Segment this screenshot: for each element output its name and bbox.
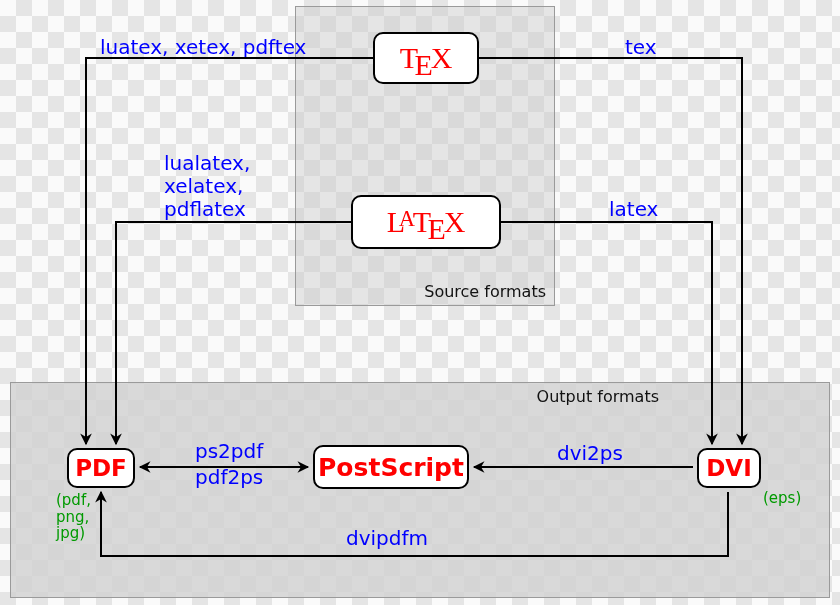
dvi-node: DVI bbox=[697, 448, 761, 488]
edge-pdf-to-ps-label: pdf2ps bbox=[195, 466, 263, 489]
diagram-canvas: Output formats Source formats TEX LATEX … bbox=[0, 0, 840, 605]
pdf-label: PDF bbox=[75, 455, 127, 481]
source-formats-label: Source formats bbox=[424, 282, 546, 301]
latex-logo: LATEX bbox=[387, 205, 466, 239]
edge-ps-to-pdf-label: ps2pdf bbox=[195, 440, 263, 463]
edge-dvi-to-pdf-label: dvipdfm bbox=[346, 527, 428, 550]
output-formats-group: Output formats bbox=[10, 382, 830, 598]
edge-dvi-to-ps-label: dvi2ps bbox=[557, 442, 623, 465]
postscript-node: PostScript bbox=[313, 445, 469, 489]
edge-latex-to-pdf-label: lualatex, xelatex, pdflatex bbox=[164, 152, 250, 221]
tex-node: TEX bbox=[373, 32, 479, 84]
pdf-annotation: (pdf, png, jpg) bbox=[56, 492, 91, 542]
dvi-label: DVI bbox=[706, 455, 751, 481]
edge-tex-to-pdf-label: luatex, xetex, pdftex bbox=[100, 36, 306, 59]
latex-node: LATEX bbox=[351, 195, 501, 249]
dvi-annotation: (eps) bbox=[763, 490, 801, 507]
tex-logo: TEX bbox=[400, 41, 453, 75]
postscript-label: PostScript bbox=[318, 453, 464, 482]
pdf-node: PDF bbox=[67, 448, 135, 488]
output-formats-label: Output formats bbox=[537, 387, 659, 406]
edge-tex-to-dvi-label: tex bbox=[625, 36, 657, 59]
edge-latex-to-dvi-label: latex bbox=[609, 198, 658, 221]
